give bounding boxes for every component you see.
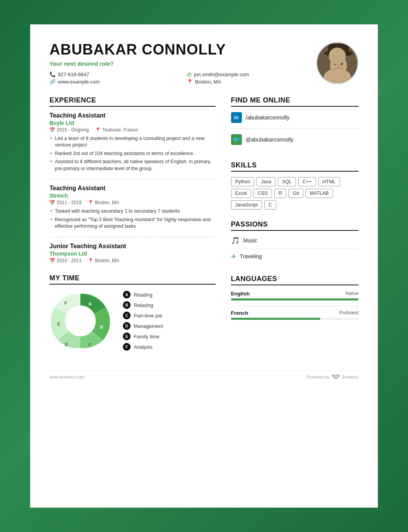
header-section: ABUBAKAR CONNOLLY Your next desired role…	[49, 42, 359, 85]
svg-text:E: E	[57, 322, 60, 326]
legend-item-c: C Part-time job	[123, 312, 163, 319]
skill-r: R	[274, 189, 286, 198]
resume-page: ABUBAKAR CONNOLLY Your next desired role…	[30, 24, 378, 508]
twitter-item[interactable]: 🐦 @abubakarconnolly	[231, 134, 359, 150]
bullet-1-2: Ranked 3rd out of 104 teaching assistant…	[49, 150, 216, 157]
legend-label-e: Family time	[134, 334, 159, 339]
powered-by-text: Powered by	[307, 375, 330, 379]
header-left: ABUBAKAR CONNOLLY Your next desired role…	[49, 42, 316, 85]
main-content: EXPERIENCE Teaching Assistant Boyle Ltd …	[49, 96, 359, 363]
passions-section: PASSIONS 🎵 Music ✈ Traveling	[231, 220, 359, 264]
skill-java: Java	[257, 177, 275, 186]
svg-text:A: A	[88, 302, 92, 306]
passion-traveling: ✈ Traveling	[231, 253, 359, 264]
pin-icon-2: 📍	[88, 200, 94, 205]
bullet-2-2: Recognized as "Top 5 Best Teaching Assis…	[49, 217, 216, 230]
lang-english-name: English	[231, 291, 250, 297]
find-online-title: FIND ME ONLINE	[231, 96, 359, 107]
legend-label-a: Reading	[134, 292, 152, 298]
phone-icon: 📞	[49, 72, 56, 77]
exp-company-2: Streich	[49, 193, 216, 199]
svg-point-10	[65, 305, 96, 336]
lang-french: French Proficient	[231, 310, 359, 320]
exp-title-3: Junior Teaching Assistant	[49, 243, 216, 250]
passion-music: 🎵 Music	[231, 236, 359, 249]
mytime-title: MY TIME	[49, 274, 216, 285]
travel-icon: ✈	[231, 253, 236, 260]
linkedin-item[interactable]: in /abubakarconnolly	[231, 112, 359, 129]
exp-meta-2: 📅 2011 - 2015 📍 Boston, MA	[49, 200, 216, 205]
donut-chart: A B C D E F	[49, 290, 111, 352]
right-column: FIND ME ONLINE in /abubakarconnolly 🐦 @a…	[231, 96, 359, 363]
calendar-icon-3: 📅	[49, 258, 55, 263]
svg-text:C: C	[88, 342, 92, 347]
skill-git: Git	[289, 189, 303, 198]
legend-badge-c: C	[123, 312, 131, 319]
footer-website: www.enhancv.com	[49, 375, 85, 379]
exp-item-2: Teaching Assistant Streich 📅 2011 - 2015…	[49, 185, 216, 230]
exp-item-1: Teaching Assistant Boyle Ltd 📅 2015 - On…	[49, 112, 216, 172]
web-icon: 🔗	[49, 79, 56, 85]
skill-html: HTML	[318, 177, 340, 186]
candidate-name: ABUBAKAR CONNOLLY	[49, 42, 316, 58]
svg-text:F: F	[65, 301, 67, 305]
svg-point-9	[332, 68, 345, 74]
avatar-image	[317, 42, 357, 84]
legend-badge-f: F	[123, 343, 131, 351]
lang-french-bar-bg	[231, 318, 359, 320]
svg-text:D: D	[65, 342, 68, 347]
exp-bullets-1: Led a team of 8 students in developing a…	[49, 135, 216, 172]
calendar-icon-2: 📅	[49, 200, 55, 205]
skill-python: Python	[231, 177, 255, 186]
skill-sql: SQL	[278, 177, 296, 186]
pin-icon-3: 📍	[88, 258, 94, 263]
legend-item-a: A Reading	[123, 291, 163, 298]
svg-point-0	[317, 42, 357, 84]
legend-label-f: Analysis	[134, 344, 152, 350]
svg-text:B: B	[100, 325, 103, 329]
legend-item-b: B Relaxing	[123, 301, 163, 309]
website-item: 🔗 www.example.com	[49, 79, 179, 85]
exp-item-3: Junior Teaching Assistant Thompson Ltd 📅…	[49, 243, 216, 263]
pin-icon-1: 📍	[95, 127, 101, 133]
skills-title: SKILLS	[231, 161, 359, 172]
legend-label-d: Management	[134, 323, 163, 329]
passion-music-label: Music	[243, 237, 258, 244]
svg-point-7	[340, 63, 343, 65]
skill-cpp: C++	[298, 177, 316, 186]
exp-dates-2: 📅 2011 - 2015	[49, 200, 82, 205]
linkedin-icon: in	[231, 112, 242, 123]
twitter-icon: 🐦	[231, 134, 242, 145]
skill-css: CSS	[253, 189, 272, 198]
mytime-section: MY TIME	[49, 274, 216, 352]
legend-item-f: F Analysis	[123, 343, 163, 351]
email-icon: @	[187, 72, 192, 77]
lang-english: English Native	[231, 291, 359, 300]
exp-location-2: 📍 Boston, MA	[88, 200, 119, 205]
exp-title-1: Teaching Assistant	[49, 112, 216, 119]
footer: www.enhancv.com Powered by Enhancv	[49, 370, 359, 379]
skill-matlab: MATLAB	[306, 189, 333, 198]
twitter-handle: @abubakarconnolly	[246, 136, 294, 143]
location-text: Boston, MA	[195, 79, 221, 85]
bullet-2-1: Tasked with teaching secondary 1 to seco…	[49, 208, 216, 215]
lang-english-bar-bg	[231, 298, 359, 300]
exp-dates-3: 📅 2010 - 2011	[49, 258, 82, 263]
lang-french-name: French	[231, 310, 248, 316]
music-icon: 🎵	[231, 236, 240, 245]
brand-name: Enhancv	[342, 375, 359, 379]
skills-grid: Python Java SQL C++ HTML Excel CSS R Git…	[231, 177, 359, 210]
footer-brand: Powered by Enhancv	[307, 375, 359, 379]
legend-label-c: Part-time job	[134, 313, 162, 319]
phone-number: 827-618-8847	[58, 72, 89, 77]
lang-divider	[231, 306, 359, 306]
exp-meta-3: 📅 2010 - 2011 📍 Boston, MA	[49, 258, 216, 263]
legend-item-d: D Management	[123, 322, 163, 330]
svg-point-6	[334, 63, 337, 65]
email-item: @ jon.smith@example.com	[187, 72, 316, 77]
legend-badge-e: E	[123, 332, 131, 340]
exp-location-1: 📍 Toulouse, France	[95, 127, 138, 133]
avatar	[316, 42, 359, 84]
location-icon: 📍	[187, 79, 193, 85]
skill-c: C	[264, 200, 276, 210]
